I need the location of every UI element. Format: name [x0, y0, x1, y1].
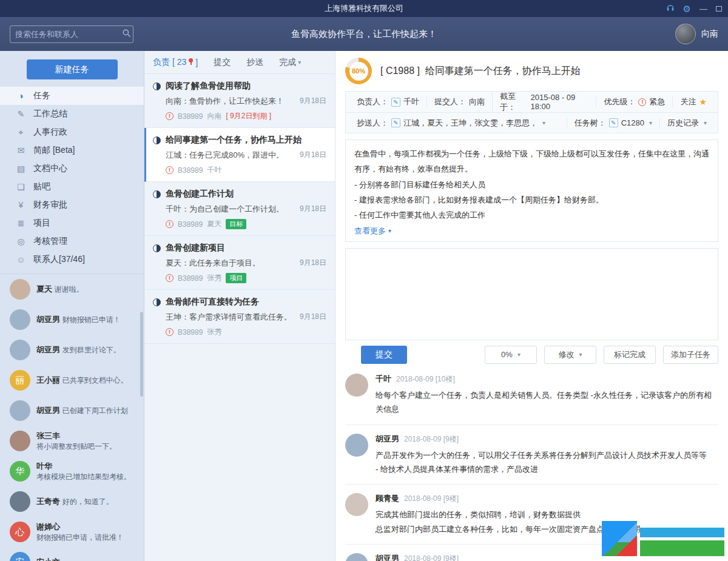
- gear-icon[interactable]: ⚙: [683, 4, 691, 13]
- chevron-down-icon[interactable]: ▾: [649, 119, 652, 126]
- task-progress-icon: [153, 190, 161, 198]
- task-tab[interactable]: 抄送: [246, 57, 263, 68]
- task-item[interactable]: 给同事建第一个任务，协作马上开始 江城：任务已完成80%，跟进中。 9月18日 …: [144, 128, 335, 182]
- sidebar-menu-item[interactable]: ☺ 联系人[37/46]: [0, 250, 144, 269]
- new-task-button[interactable]: 新建任务: [27, 59, 118, 79]
- pin-icon: [189, 58, 193, 62]
- description-line: - 任何工作中需要其他人去完成的工作: [354, 207, 709, 223]
- progress-dropdown[interactable]: 0%▾: [485, 346, 537, 364]
- edit-icon[interactable]: ✎: [391, 98, 400, 107]
- search-input[interactable]: [15, 30, 122, 39]
- comment-avatar[interactable]: [345, 553, 368, 561]
- search-box[interactable]: [10, 25, 133, 43]
- sidebar-menu-item[interactable]: ¥ 财务审批: [0, 196, 144, 214]
- contact-message: 考核模块已增加结果型考核。: [36, 472, 131, 481]
- history-button[interactable]: 历史记录 ▾: [659, 118, 714, 129]
- menu-item-label: 人事行政: [33, 127, 67, 138]
- task-progress-icon: [153, 82, 161, 90]
- task-due-date: [ 9月2日到期 ]: [226, 111, 271, 121]
- task-meta: 负责人： ✎ 千叶 提交人：向南 截至于：2015-08 - 09 18:00 …: [345, 91, 718, 133]
- sidebar-menu-item[interactable]: ◎ 考核管理: [0, 232, 144, 250]
- comment-input[interactable]: [345, 248, 718, 340]
- meta-task-tree: 任务树： ✎ C1280 ▾: [567, 118, 659, 129]
- sidebar-menu-item[interactable]: ≣ 项目: [0, 214, 144, 232]
- menu-item-icon: ⌖: [16, 127, 26, 138]
- task-person: 张秀: [207, 327, 221, 337]
- mark-done-button[interactable]: 标记完成: [604, 346, 656, 364]
- contact-item[interactable]: 胡亚男 已创建下周工作计划: [0, 395, 144, 426]
- contact-item[interactable]: 安 安小文: [0, 547, 144, 561]
- search-icon[interactable]: [122, 29, 131, 39]
- contact-message: 将小调整发到贴吧一下。: [36, 442, 116, 451]
- modify-dropdown[interactable]: 修改▾: [544, 346, 596, 364]
- contact-message: 已共享到文档中心。: [62, 376, 128, 385]
- task-item[interactable]: 阅读了解鱼骨使用帮助 向南：鱼骨协作，让工作快起来！ 9月18日 ! B3898…: [144, 74, 335, 128]
- contact-item[interactable]: 张三丰 将小调整发到贴吧一下。: [0, 426, 144, 456]
- sidebar-menu-item[interactable]: ⌖ 人事行政: [0, 123, 144, 141]
- owner-value[interactable]: 千叶: [403, 96, 419, 107]
- task-tab[interactable]: 负责 [ 23 ]: [153, 57, 198, 68]
- contact-item[interactable]: 华 叶华 考核模块已增加结果型考核。: [0, 456, 144, 486]
- tab-label: 提交: [214, 57, 231, 68]
- sidebar-menu-item[interactable]: ❏ 贴吧: [0, 178, 144, 196]
- progress-value: 80%: [352, 67, 365, 75]
- task-item[interactable]: 鱼骨邮件可直接转为任务 王坤：客户需求详情可查看此任务。 9月18日 ! B38…: [144, 290, 335, 344]
- user-name: 向南: [701, 29, 718, 39]
- contact-avatar: [10, 340, 30, 360]
- comment-avatar[interactable]: [345, 434, 368, 457]
- alert-icon: !: [638, 98, 646, 106]
- view-more-link[interactable]: 查看更多 ▾: [354, 226, 391, 237]
- contact-item[interactable]: 心 谢婵心 财物报销已申请，请批准！: [0, 517, 144, 547]
- menu-item-label: 财务审批: [33, 200, 67, 210]
- sidebar-menu-item[interactable]: ✎ 工作总结: [0, 105, 144, 123]
- user-menu[interactable]: 向南: [675, 24, 718, 44]
- task-tab[interactable]: 提交: [214, 57, 231, 68]
- alert-icon: !: [166, 274, 174, 282]
- follow-button[interactable]: 关注 ★: [672, 96, 714, 107]
- sidebar-menu-item[interactable]: ▤ 文档中心: [0, 160, 144, 178]
- user-avatar[interactable]: [675, 24, 696, 44]
- sidebar-scrollbar[interactable]: [140, 312, 143, 397]
- meta-cc: 抄送人： ✎ 江城，夏天，王坤，张文雯，李思思， ▾: [349, 118, 567, 129]
- edit-icon[interactable]: ✎: [609, 118, 618, 127]
- task-title: 给同事建第一个任务，协作马上开始: [166, 135, 302, 146]
- comment-avatar[interactable]: [345, 493, 368, 516]
- task-person: 向南: [207, 111, 221, 121]
- submit-button[interactable]: 提交: [361, 346, 407, 364]
- task-list-panel: 负责 [ 23 ] 提交 抄送: [144, 51, 335, 561]
- comment-author[interactable]: 顾青曼: [376, 493, 399, 504]
- task-title: 鱼骨邮件可直接转为任务: [166, 297, 259, 307]
- headset-icon[interactable]: [666, 4, 675, 14]
- comment-text: 给每个客户建立一个任务，负责人是相关销售人员。任务类型 -永久性任务，记录该客户…: [376, 388, 718, 417]
- menu-item-label: 联系人[37/46]: [33, 254, 85, 265]
- action-bar: 提交 0%▾ 修改▾ 标记完成 添加子任务: [345, 346, 718, 364]
- comment-author[interactable]: 胡亚男: [376, 434, 399, 445]
- chevron-down-icon: ▾: [704, 119, 707, 126]
- priority-value: 紧急: [649, 96, 665, 107]
- comment-author[interactable]: 胡亚男: [376, 553, 399, 561]
- task-description: 在鱼骨中，每项工作都视为一个任务，上级给下级，下级给上级都可以互发任务，任集中在…: [345, 139, 718, 242]
- tab-label: 完成: [279, 57, 296, 68]
- sidebar-menu-item[interactable]: ✉ 简邮 [Beta]: [0, 141, 144, 160]
- window-title: 上海博雅科技有限公司: [325, 3, 403, 14]
- chevron-down-icon[interactable]: ▾: [542, 119, 545, 126]
- header: 鱼骨高效协作平台，让工作快起来！ 向南: [0, 17, 728, 51]
- contact-item[interactable]: 胡亚男 财物报销已申请！: [0, 304, 144, 335]
- task-item[interactable]: 鱼骨创建工作计划 千叶：为自己创建一个工作计划。 9月18日 ! B38989 …: [144, 182, 335, 236]
- task-person: 张秀: [207, 273, 221, 283]
- add-subtask-button[interactable]: 添加子任务: [663, 346, 718, 364]
- task-title: 鱼骨创建新项目: [166, 243, 225, 254]
- comment-avatar[interactable]: [345, 374, 368, 397]
- task-code: B38989: [178, 328, 203, 337]
- contact-item[interactable]: 胡亚男 发到群里讨论下。: [0, 335, 144, 365]
- contact-item[interactable]: 丽 王小丽 已共享到文档中心。: [0, 365, 144, 395]
- maximize-button[interactable]: [716, 6, 722, 12]
- comment-author[interactable]: 千叶: [376, 374, 391, 385]
- task-tab[interactable]: 完成 ▾: [279, 57, 301, 68]
- contact-item[interactable]: 夏天 谢谢啦。: [0, 274, 144, 304]
- task-item[interactable]: 鱼骨创建新项目 夏天：此任务来自于项目。 9月18日 ! B38989 张秀 项…: [144, 236, 335, 290]
- sidebar-menu-item[interactable]: ◑ 任务: [0, 87, 144, 105]
- contact-item[interactable]: 王奇奇 好的，知道了。: [0, 486, 144, 517]
- minimize-button[interactable]: —: [699, 4, 707, 13]
- edit-icon[interactable]: ✎: [391, 118, 400, 127]
